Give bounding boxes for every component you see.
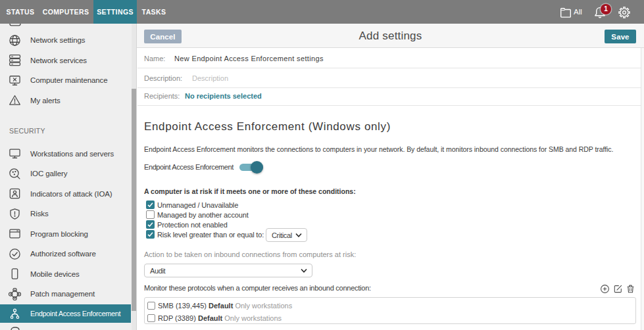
sidebar-item-indicators-of-attack[interactable]: Indicators of attack (IOA) bbox=[0, 184, 131, 204]
toggle-label: Endpoint Access Enforcement bbox=[144, 163, 234, 171]
divider bbox=[137, 68, 641, 68]
checkbox-managed-by-another-account[interactable] bbox=[146, 210, 155, 219]
warning-triangle-icon bbox=[9, 94, 21, 106]
section-title: Endpoint Access Enforcement (Windows onl… bbox=[144, 120, 391, 133]
sidebar-section-security: SECURITY bbox=[9, 127, 45, 135]
protocol-rdp-text: RDP (3389) Default Only workstations bbox=[158, 314, 282, 322]
sidebar-item-endpoint-access-enforcement[interactable]: Endpoint Access Enforcement bbox=[0, 304, 131, 323]
divider bbox=[137, 87, 641, 88]
tab-tasks[interactable]: TASKS bbox=[138, 0, 170, 24]
chevron-down-icon bbox=[301, 268, 307, 273]
monitor-icon bbox=[9, 147, 21, 160]
phone-icon bbox=[9, 268, 21, 280]
risk-level-select[interactable]: Critical bbox=[266, 228, 307, 242]
save-button[interactable]: Save bbox=[605, 30, 636, 43]
sidebar-item-my-alerts[interactable]: My alerts bbox=[0, 91, 131, 110]
section-description: Endpoint Access Enforcement monitors the… bbox=[144, 145, 613, 153]
add-icon[interactable] bbox=[601, 285, 609, 293]
gear-icon[interactable] bbox=[618, 6, 631, 19]
network-nodes-icon bbox=[9, 308, 21, 320]
monitor-x-icon bbox=[9, 74, 21, 87]
toggle-knob[interactable] bbox=[251, 161, 263, 174]
sidebar-item-network-services[interactable]: Network services bbox=[0, 51, 131, 70]
main-tabs: STATUS COMPUTERS SETTINGS TASKS bbox=[3, 0, 171, 24]
folder-all-label[interactable]: All bbox=[574, 0, 582, 24]
folder-icon[interactable] bbox=[560, 7, 572, 18]
checkbox-protection-not-enabled[interactable] bbox=[146, 220, 155, 229]
partial-item-icon-top bbox=[9, 24, 21, 26]
divider bbox=[137, 105, 641, 106]
sidebar-scrollbar-thumb[interactable] bbox=[132, 89, 136, 311]
top-navigation-bar: STATUS COMPUTERS SETTINGS TASKS All 1 bbox=[0, 0, 644, 24]
action-label: Action to be taken on inbound connection… bbox=[144, 250, 356, 258]
protocols-label: Monitor these protocols when a computer … bbox=[144, 284, 371, 292]
chevron-down-icon bbox=[295, 233, 302, 237]
window-icon bbox=[9, 227, 21, 240]
tab-computers[interactable]: COMPUTERS bbox=[39, 0, 92, 24]
sidebar-item-program-blocking[interactable]: Program blocking bbox=[0, 224, 131, 244]
description-label: Description: bbox=[144, 74, 182, 82]
checkbox-rdp[interactable] bbox=[147, 314, 155, 322]
sidebar-item-workstations-and-servers[interactable]: Workstations and servers bbox=[0, 144, 131, 164]
name-label: Name: bbox=[144, 55, 165, 62]
page-title: Add settings bbox=[137, 30, 644, 43]
notification-badge[interactable]: 1 bbox=[601, 4, 611, 14]
condition-label: Protection not enabled bbox=[157, 221, 228, 229]
action-select[interactable]: Audit bbox=[144, 264, 312, 277]
sidebar-item-patch-management[interactable]: Patch management bbox=[0, 284, 131, 304]
condition-label: Unmanaged / Unavailable bbox=[157, 201, 238, 209]
servers-icon bbox=[9, 54, 21, 66]
condition-label: Risk level greater than or equal to: bbox=[157, 231, 264, 239]
sidebar-item-network-settings[interactable]: Network settings bbox=[0, 30, 131, 50]
checkbox-risk-level[interactable] bbox=[146, 230, 155, 239]
partial-item-icon-bottom bbox=[9, 326, 21, 330]
sidebar-item-ioc-gallery[interactable]: IOC gallery bbox=[0, 164, 131, 183]
delete-icon[interactable] bbox=[626, 285, 635, 293]
sidebar-item-authorized-software[interactable]: Authorized software bbox=[0, 244, 131, 264]
knot-icon bbox=[9, 288, 21, 300]
globe-icon bbox=[9, 34, 21, 47]
main-scrollbar-track[interactable] bbox=[641, 48, 644, 330]
recipients-label: Recipients: bbox=[144, 92, 180, 100]
protocol-smb-text: SMB (139,445) Default Only workstations bbox=[158, 302, 292, 310]
sidebar-item-risks[interactable]: Risks bbox=[0, 204, 131, 224]
sidebar-item-computer-maintenance[interactable]: Computer maintenance bbox=[0, 70, 131, 90]
recipients-link[interactable]: No recipients selected bbox=[185, 92, 262, 100]
sidebar-item-mobile-devices[interactable]: Mobile devices bbox=[0, 264, 131, 284]
check-circle-icon bbox=[9, 248, 21, 260]
shield-exclamation-icon bbox=[9, 208, 21, 220]
checkbox-smb[interactable] bbox=[147, 302, 155, 310]
tab-status[interactable]: STATUS bbox=[3, 0, 38, 24]
condition-label: Managed by another account bbox=[157, 211, 249, 219]
checkbox-unmanaged-unavailable[interactable] bbox=[146, 200, 155, 209]
description-input[interactable]: Description bbox=[192, 74, 228, 82]
name-value[interactable]: New Endpoint Access Enforcement settings bbox=[174, 55, 324, 62]
search-dots-icon bbox=[9, 168, 21, 180]
conditions-heading: A computer is at risk if it meets one or… bbox=[144, 187, 356, 195]
edit-icon[interactable] bbox=[614, 285, 622, 293]
person-badge-icon bbox=[9, 187, 21, 200]
tab-settings[interactable]: SETTINGS bbox=[93, 0, 137, 24]
